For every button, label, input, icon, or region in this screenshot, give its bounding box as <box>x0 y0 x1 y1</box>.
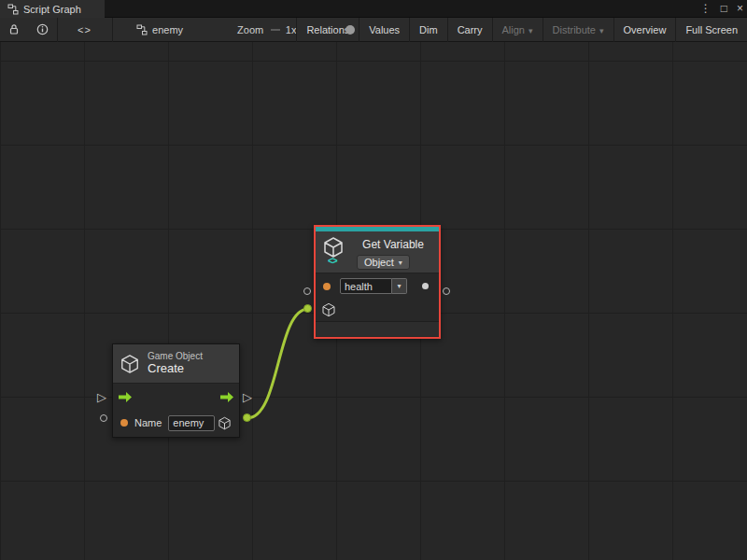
getvar-value-output-port[interactable] <box>443 287 450 295</box>
chevron-down-icon: ▾ <box>397 282 401 290</box>
code-view-button[interactable]: <> <box>57 18 112 42</box>
game-object-cube-icon <box>120 354 140 374</box>
value-input-dot[interactable] <box>120 419 128 427</box>
chevron-down-icon: ▾ <box>599 26 604 35</box>
variable-scope-dropdown[interactable]: Object ▾ <box>357 255 410 270</box>
node-game-object-create[interactable]: Game Object Create Name <box>112 343 240 438</box>
flow-output-arrow-icon[interactable] <box>220 392 233 402</box>
variable-name-row: ▾ <box>316 273 439 299</box>
get-variable-header[interactable]: <> Get Variable Object ▾ <box>316 231 439 273</box>
flow-input-arrow-icon[interactable] <box>119 392 132 402</box>
create-flow-input-port[interactable]: ▷ <box>97 391 106 403</box>
tab-title: Script Graph <box>23 4 81 15</box>
zoom-slider-handle[interactable] <box>345 25 355 35</box>
create-node-header[interactable]: Game Object Create <box>113 344 239 384</box>
zoom-value: 1x <box>286 24 297 35</box>
create-flow-row <box>113 384 239 410</box>
game-object-output-icon[interactable] <box>218 416 232 430</box>
variable-name-input[interactable] <box>340 278 392 294</box>
graph-toolbar: <> enemy Zoom 1x Relations Values Dim Ca… <box>0 18 747 42</box>
create-name-input-port[interactable] <box>100 414 107 422</box>
name-param-input[interactable] <box>168 415 215 431</box>
distribute-button: Distribute▾ <box>543 18 613 42</box>
name-param-label: Name <box>134 417 162 428</box>
game-object-input-row <box>316 299 439 321</box>
create-object-output-port[interactable] <box>243 413 251 422</box>
zoom-slider[interactable] <box>271 18 280 42</box>
close-icon[interactable]: × <box>737 0 743 18</box>
carry-button[interactable]: Carry <box>447 18 492 42</box>
values-button[interactable]: Values <box>359 18 409 42</box>
node-title: Get Variable <box>349 238 437 251</box>
tab-script-graph[interactable]: Script Graph <box>0 0 105 18</box>
game-object-input-icon[interactable] <box>321 302 336 317</box>
create-node-titles: Game Object Create <box>148 351 203 375</box>
node-get-variable[interactable]: <> Get Variable Object ▾ ▾ <box>314 225 441 339</box>
value-output-dot[interactable] <box>422 283 429 289</box>
scope-label: Object <box>364 257 394 268</box>
create-name-row: Name <box>113 410 239 436</box>
variable-name-dropdown-button[interactable]: ▾ <box>392 278 407 294</box>
zoom-slider-track <box>271 29 280 31</box>
script-graph-icon <box>7 4 19 15</box>
zoom-label: Zoom <box>237 24 263 35</box>
info-button[interactable] <box>28 18 57 42</box>
chevron-down-icon: ▾ <box>529 26 533 35</box>
node-title: Create <box>148 362 203 376</box>
value-input-dot[interactable] <box>323 283 331 290</box>
full-screen-button[interactable]: Full Screen <box>675 18 747 42</box>
align-button: Align▾ <box>492 18 543 42</box>
getvar-object-input-port[interactable] <box>303 304 312 313</box>
overview-button[interactable]: Overview <box>613 18 676 42</box>
graph-breadcrumb[interactable]: enemy <box>136 24 183 35</box>
window-controls: ⋮ □ × <box>700 0 743 18</box>
menu-icon[interactable]: ⋮ <box>700 0 712 18</box>
create-flow-output-port[interactable]: ▷ <box>243 391 252 403</box>
graph-asset-icon <box>136 24 148 35</box>
chevron-down-icon: ▾ <box>399 259 402 267</box>
node-footer <box>316 321 439 336</box>
variable-name-field-group: ▾ <box>340 278 407 294</box>
toolbar-buttons: Relations Values Dim Carry Align▾ Distri… <box>296 18 747 42</box>
graph-canvas[interactable]: Game Object Create Name <> <box>0 42 747 560</box>
titlebar: Script Graph ⋮ □ × <box>0 0 747 18</box>
variable-code-badge: <> <box>328 256 337 266</box>
info-icon <box>36 23 49 35</box>
unity-visual-scripting-window: Script Graph ⋮ □ × <> enemy <box>0 0 747 560</box>
lock-icon <box>8 23 20 35</box>
maximize-icon[interactable]: □ <box>721 0 727 18</box>
getvar-name-input-port[interactable] <box>303 287 311 295</box>
graph-name: enemy <box>152 24 183 35</box>
dim-button[interactable]: Dim <box>409 18 447 42</box>
lock-button[interactable] <box>0 18 28 42</box>
